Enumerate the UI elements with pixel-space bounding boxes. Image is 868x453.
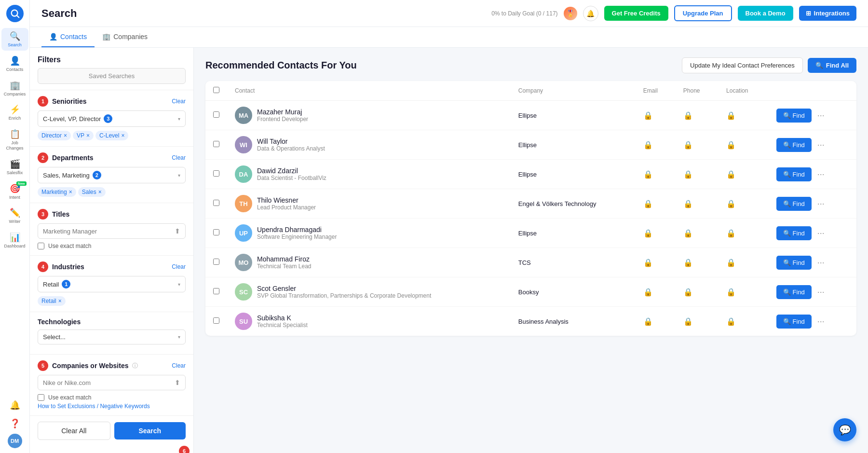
sidebar-item-search[interactable]: 🔍 Search [1,28,28,51]
td-checkbox [205,130,227,160]
seniorities-dropdown[interactable]: C-Level, VP, Director 3 ▾ [38,110,186,127]
tag-clevel-remove-icon[interactable]: × [121,132,124,139]
chat-fab-button[interactable]: 💬 [833,418,856,441]
tag-retail[interactable]: Retail × [38,296,66,306]
tag-sales-remove-icon[interactable]: × [98,189,102,195]
sidebar-logo[interactable] [6,5,24,22]
clear-all-button[interactable]: Clear All [38,422,110,440]
row-checkbox[interactable] [213,170,219,177]
sidebar-item-salesflix[interactable]: 🎬 Salesflix [1,156,28,178]
companies-exact-match-checkbox[interactable] [38,394,44,401]
row-checkbox[interactable] [213,259,219,265]
more-options-button[interactable]: ··· [815,258,827,268]
more-options-button[interactable]: ··· [815,287,827,297]
row-checkbox[interactable] [213,141,219,147]
industries-dropdown[interactable]: Retail 1 ▾ [38,276,186,292]
notification-button[interactable]: 🔔 [583,6,598,21]
more-options-button[interactable]: ··· [815,199,827,209]
sidebar-item-writer[interactable]: ✏️ Writer [1,205,28,227]
phone-lock-icon: 🔒 [683,200,693,208]
sidebar-item-dashboard[interactable]: 📊 Dashboard [1,229,28,252]
departments-dropdown[interactable]: Sales, Marketing 2 ▾ [38,167,186,183]
th-actions [769,81,856,101]
find-contact-button[interactable]: 🔍 Find [776,226,812,240]
sidebar-item-intent[interactable]: New 🎯 Intent [1,180,28,203]
header-actions: 0% to Daily Goal (0 / 117) 🎖️ 🔔 Get Free… [491,5,856,21]
sidebar-item-notifications[interactable]: 🔔 [1,397,28,413]
tag-vp-remove-icon[interactable]: × [86,132,90,139]
find-contact-button[interactable]: 🔍 Find [776,197,812,211]
update-prefs-button[interactable]: Update My Ideal Contact Preferences [682,57,803,73]
td-company: Booksy [511,277,636,307]
phone-lock-icon: 🔒 [683,288,693,296]
sidebar-item-companies[interactable]: 🏢 Companies [1,77,28,100]
contact-title: Data & Operations Analyst [257,145,325,152]
tag-director-remove-icon[interactable]: × [64,132,67,139]
row-checkbox[interactable] [213,288,219,294]
find-contact-button[interactable]: 🔍 Find [776,167,812,181]
titles-exact-match-checkbox[interactable] [38,243,44,249]
step-2-badge: 2 [38,152,48,163]
sidebar-item-help[interactable]: ❓ [1,415,28,432]
exclusion-link[interactable]: How to Set Exclusions / Negative Keyword… [38,403,186,410]
select-all-checkbox[interactable] [213,87,219,93]
tag-clevel[interactable]: C-Level × [95,131,128,140]
user-avatar[interactable]: DM [8,434,22,448]
departments-clear-button[interactable]: Clear [172,154,186,161]
saved-searches-button[interactable]: Saved Searches [38,68,186,84]
find-contact-button[interactable]: 🔍 Find [776,109,812,123]
more-options-button[interactable]: ··· [815,169,827,179]
phone-lock-icon: 🔒 [683,170,693,178]
row-checkbox[interactable] [213,317,219,324]
technologies-dropdown[interactable]: Select... ▾ [38,329,186,344]
industries-clear-button[interactable]: Clear [172,263,186,270]
find-contact-button[interactable]: 🔍 Find [776,256,812,270]
companies-websites-input[interactable] [43,379,175,386]
tag-sales[interactable]: Sales × [78,187,106,197]
find-contact-button[interactable]: 🔍 Find [776,285,812,299]
table-row: SC Scot Gensler SVP Global Transformatio… [205,277,856,307]
get-free-credits-button[interactable]: Get Free Credits [604,6,668,21]
contact-name: Dawid Zdarzil [257,167,326,175]
more-options-button[interactable]: ··· [815,228,827,238]
upgrade-plan-button[interactable]: Upgrade Plan [674,5,732,21]
tag-sales-label: Sales [82,189,96,195]
search-button[interactable]: Search [114,422,186,439]
tag-marketing[interactable]: Marketing × [38,187,76,197]
td-email: 🔒 [636,101,676,130]
sidebar-item-job-changes[interactable]: 📋 Job Changes [1,126,28,154]
sidebar-item-contacts[interactable]: 👤 Contacts [1,53,28,75]
enrich-nav-icon: ⚡ [10,104,20,115]
td-actions: 🔍 Find ··· [769,277,856,307]
location-lock-icon: 🔒 [726,111,736,120]
tab-contacts[interactable]: 👤 Contacts [41,27,95,47]
tag-director[interactable]: Director × [38,131,71,140]
find-all-button[interactable]: 🔍 Find All [808,58,856,73]
tab-companies[interactable]: 🏢 Companies [95,27,155,47]
tag-retail-remove-icon[interactable]: × [58,298,62,304]
find-btn-search-icon: 🔍 [783,200,791,207]
technologies-title: Technologies [38,318,81,326]
tag-vp[interactable]: VP × [73,131,94,140]
row-checkbox[interactable] [213,200,219,206]
sidebar-item-enrich[interactable]: ⚡ Enrich [1,101,28,124]
phone-lock-icon: 🔒 [683,259,693,267]
more-options-button[interactable]: ··· [815,140,827,150]
companies-nav-icon: 🏢 [10,80,20,91]
seniorities-dropdown-text: C-Level, VP, Director [43,115,101,123]
td-phone: 🔒 [676,130,719,160]
company-name: TCS [518,259,531,266]
more-options-button[interactable]: ··· [815,316,827,327]
book-demo-button[interactable]: Book a Demo [738,6,793,21]
integrations-button[interactable]: ⊞ Integrations [799,6,856,21]
titles-input[interactable] [43,228,175,235]
tag-marketing-remove-icon[interactable]: × [69,189,72,195]
find-contact-button[interactable]: 🔍 Find [776,315,812,329]
find-btn-search-icon: 🔍 [783,171,791,178]
companies-websites-clear-button[interactable]: Clear [172,362,186,369]
more-options-button[interactable]: ··· [815,110,827,121]
seniorities-clear-button[interactable]: Clear [172,98,186,105]
row-checkbox[interactable] [213,111,219,118]
find-contact-button[interactable]: 🔍 Find [776,138,812,152]
row-checkbox[interactable] [213,229,219,235]
